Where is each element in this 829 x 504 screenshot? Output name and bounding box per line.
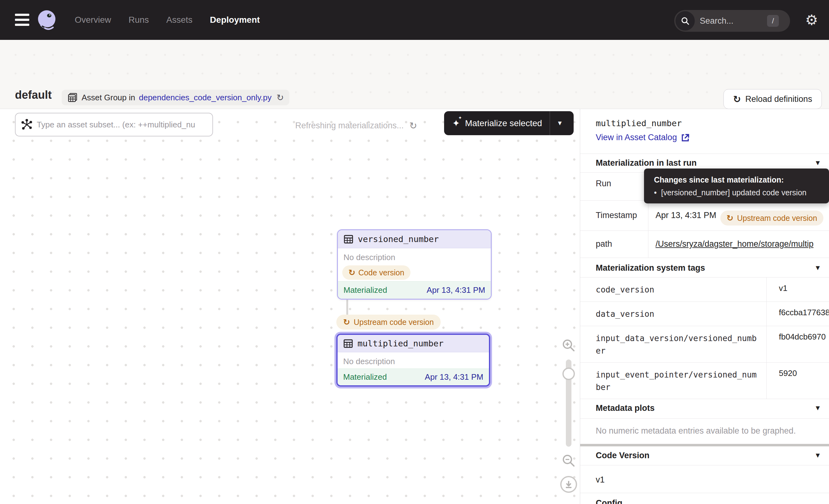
system-tag-value: f6ccba177638 <box>779 308 829 317</box>
section-metadata-plots: Metadata plots <box>596 403 655 413</box>
asset-subset-input[interactable] <box>37 120 207 130</box>
run-row-label: Run <box>596 179 611 188</box>
timestamp-row-label: Timestamp <box>596 211 637 220</box>
system-tag-key: data_version <box>596 308 761 320</box>
settings-gear-icon[interactable]: ⚙ <box>803 12 820 28</box>
materialized-status: Materialized <box>343 372 387 382</box>
asset-name: multiplied_number <box>358 338 443 348</box>
system-tag-value: v1 <box>779 284 829 293</box>
materialized-status: Materialized <box>344 285 387 295</box>
table-icon <box>343 338 353 349</box>
search-input[interactable] <box>700 16 759 26</box>
system-tag-key: code_version <box>596 284 761 296</box>
refreshing-status: Refreshing materializations... ↻ <box>295 120 417 131</box>
zoom-out-icon[interactable] <box>562 454 576 468</box>
zoom-slider[interactable] <box>566 359 572 447</box>
asset-group-icon <box>67 92 78 103</box>
asset-name: versioned_number <box>358 234 439 244</box>
zoom-in-icon[interactable] <box>562 338 576 353</box>
path-link[interactable]: /Users/sryza/dagster_home/storage/multip <box>655 239 829 249</box>
sparkle-icon: ✦✦ <box>452 118 460 129</box>
op-selector-icon <box>21 119 32 130</box>
section-materialization-in-last-run: Materialization in last run <box>596 158 697 168</box>
asset-description: No description <box>337 352 489 366</box>
materialization-timestamp[interactable]: Apr 13, 4:31 PM <box>427 285 485 295</box>
view-in-asset-catalog-link[interactable]: View in Asset Catalog <box>596 133 689 142</box>
page-header: default Asset Group in dependencies_code… <box>0 40 829 109</box>
stale-refresh-icon: ↻ <box>343 317 350 327</box>
refresh-spinner-icon[interactable]: ↻ <box>409 120 417 131</box>
search-shortcut-badge: / <box>767 15 779 27</box>
collapse-caret-icon[interactable]: ▼ <box>814 264 821 272</box>
asset-group-file-link[interactable]: dependencies_code_version_only.py <box>139 93 272 103</box>
path-row-label: path <box>596 239 612 249</box>
selected-asset-title: multiplied_number <box>596 118 682 128</box>
search-box[interactable]: / <box>674 10 790 32</box>
stale-refresh-icon: ↻ <box>726 213 733 223</box>
materialize-selected-button[interactable]: ✦✦ Materialize selected ▼ <box>444 111 574 135</box>
nav-item-runs[interactable]: Runs <box>129 15 149 25</box>
system-tag-key: input_event_pointer/versioned_number <box>596 368 761 393</box>
nav-menu: Overview Runs Assets Deployment <box>75 0 260 40</box>
system-tag-key: input_data_version/versioned_number <box>596 332 761 357</box>
materialization-timestamp[interactable]: Apr 13, 4:31 PM <box>425 372 483 382</box>
asset-node-multiplied-number[interactable]: multiplied_number No description Materia… <box>336 334 490 387</box>
collapse-caret-icon[interactable]: ▼ <box>814 452 821 460</box>
nav-item-overview[interactable]: Overview <box>75 15 111 25</box>
nav-item-assets[interactable]: Assets <box>166 15 192 25</box>
asset-node-versioned-number[interactable]: versioned_number No description ↻ Code v… <box>337 229 492 300</box>
zoom-slider-handle[interactable] <box>563 367 575 380</box>
bullet: • <box>654 188 657 197</box>
collapse-caret-icon[interactable]: ▼ <box>814 159 821 167</box>
section-materialization-system-tags: Materialization system tags <box>596 263 705 273</box>
asset-group-label: Asset Group in <box>82 93 135 103</box>
panel-section-divider <box>580 444 829 446</box>
external-link-icon <box>681 133 689 142</box>
asset-description: No description <box>338 248 491 262</box>
code-version-value: v1 <box>596 475 605 485</box>
materialize-dropdown-caret[interactable]: ▼ <box>550 120 570 127</box>
search-icon <box>676 11 695 31</box>
tooltip-change-item: [versioned_number] updated code version <box>661 188 806 197</box>
reload-icon: ↻ <box>733 94 741 105</box>
asset-subset-filter[interactable] <box>15 113 213 137</box>
zoom-controls <box>559 338 578 493</box>
asset-group-tag: Asset Group in dependencies_code_version… <box>62 90 289 105</box>
nav-item-deployment[interactable]: Deployment <box>210 15 260 25</box>
system-tag-value: 5920 <box>779 368 829 378</box>
system-tag-value: fb04dcb6970 <box>779 332 829 342</box>
menu-icon[interactable] <box>15 14 29 26</box>
top-nav: Overview Runs Assets Deployment / ⚙ <box>0 0 829 40</box>
collapse-caret-icon[interactable]: ▼ <box>814 404 821 412</box>
tooltip-title: Changes since last materialization: <box>654 175 821 184</box>
asset-graph-canvas[interactable]: Refreshing materializations... ↻ ✦✦ Mate… <box>0 109 580 504</box>
changes-since-last-materialization-tooltip: Changes since last materialization: • [v… <box>644 169 829 204</box>
metadata-plots-empty-text: No numeric metadata entries available to… <box>596 426 796 436</box>
upstream-code-version-badge: ↻ Upstream code version <box>720 211 823 225</box>
stale-refresh-icon: ↻ <box>349 268 355 278</box>
section-code-version: Code Version <box>596 451 650 460</box>
page-title: default <box>15 88 52 102</box>
section-config: Config <box>596 498 622 504</box>
timestamp-value: Apr 13, 4:31 PM <box>655 211 718 220</box>
reload-definitions-button[interactable]: ↻ Reload definitions <box>723 89 822 109</box>
tag-reload-icon[interactable]: ↻ <box>277 93 284 103</box>
table-icon <box>344 234 354 244</box>
code-version-badge: ↻ Code version <box>342 265 410 280</box>
dagster-logo-icon[interactable] <box>36 9 58 31</box>
upstream-code-version-badge: ↻ Upstream code version <box>336 315 441 330</box>
download-graph-icon[interactable] <box>560 476 577 493</box>
